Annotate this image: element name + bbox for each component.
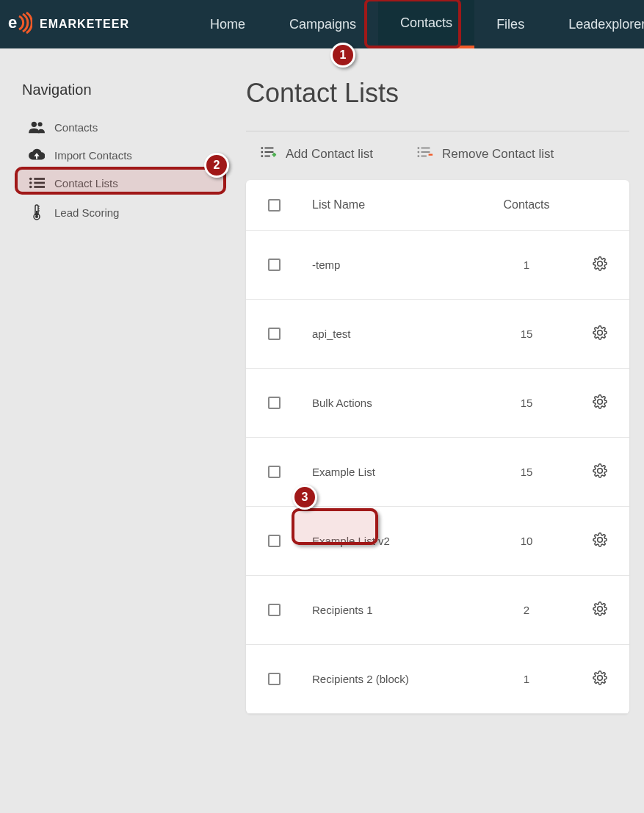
cell-name[interactable]: Recipients 2 (block) (312, 673, 490, 685)
gear-icon[interactable] (593, 325, 607, 340)
table-row[interactable]: Recipients 1 2 (246, 576, 629, 645)
people-icon (26, 120, 47, 134)
table-row[interactable]: Example List 15 (246, 438, 629, 507)
svg-rect-4 (34, 178, 45, 180)
cell-contacts: 10 (490, 535, 563, 547)
gear-icon[interactable] (593, 256, 607, 271)
sidebar-item-contacts[interactable]: Contacts (22, 113, 220, 141)
page-title: Contact Lists (246, 78, 629, 109)
svg-rect-12 (36, 211, 37, 216)
svg-point-3 (29, 178, 32, 181)
action-label: Remove Contact list (442, 147, 554, 162)
svg-point-22 (418, 147, 420, 149)
sidebar-item-label: Lead Scoring (54, 206, 119, 219)
row-checkbox[interactable] (268, 466, 281, 478)
svg-point-24 (418, 151, 420, 153)
svg-point-16 (261, 147, 263, 149)
remove-contact-list-button[interactable]: Remove Contact list (417, 146, 554, 162)
table-header: List Name Contacts (246, 180, 629, 231)
divider (246, 131, 629, 131)
action-bar: Add Contact list Remove Contact list (246, 146, 629, 180)
svg-rect-8 (34, 186, 45, 188)
svg-text:e: e (8, 13, 18, 32)
brand-name: EMARKETEER (40, 18, 129, 31)
svg-point-1 (32, 122, 37, 127)
gear-icon[interactable] (593, 394, 607, 409)
gear-icon[interactable] (593, 532, 607, 547)
sidebar-title: Navigation (22, 82, 220, 98)
svg-rect-17 (265, 148, 274, 149)
contact-lists-table: List Name Contacts -temp 1 api_test 15 B… (246, 180, 629, 714)
svg-point-5 (29, 181, 32, 184)
table-row[interactable]: Bulk Actions 15 (246, 369, 629, 438)
brand-icon: e (7, 10, 32, 38)
select-all-checkbox[interactable] (268, 199, 281, 212)
cell-contacts: 15 (490, 328, 563, 340)
sidebar-item-label: Import Contacts (54, 149, 132, 162)
content-area: Navigation Contacts Import Contacts Cont… (0, 48, 644, 714)
cell-contacts: 15 (490, 397, 563, 409)
svg-point-2 (38, 122, 43, 126)
top-nav: Home Campaigns Contacts Files Leadexplor… (188, 0, 644, 48)
thermometer-icon (26, 204, 47, 220)
cell-name[interactable]: Recipients 1 (312, 604, 490, 616)
brand-logo[interactable]: e EMARKETEER (7, 10, 129, 38)
sidebar-item-label: Contact Lists (54, 177, 118, 189)
nav-leadexplorer[interactable]: Leadexplorer (546, 0, 644, 48)
cell-contacts: 1 (490, 259, 563, 271)
column-header-contacts[interactable]: Contacts (490, 198, 563, 212)
row-checkbox[interactable] (268, 397, 281, 409)
row-checkbox[interactable] (268, 535, 281, 547)
column-header-name[interactable]: List Name (312, 198, 490, 212)
svg-rect-21 (265, 156, 270, 157)
nav-contacts[interactable]: Contacts (378, 0, 474, 48)
svg-point-20 (261, 155, 263, 157)
cell-name[interactable]: Example List v2 (312, 535, 490, 547)
gear-icon[interactable] (593, 601, 607, 616)
table-row[interactable]: -temp 1 (246, 231, 629, 300)
cell-name[interactable]: -temp (312, 259, 490, 271)
sidebar-item-label: Contacts (54, 121, 98, 134)
nav-files[interactable]: Files (474, 0, 546, 48)
sidebar: Navigation Contacts Import Contacts Cont… (0, 63, 228, 714)
gear-icon[interactable] (593, 671, 607, 685)
cloud-upload-icon (26, 148, 47, 162)
cell-name[interactable]: Example List (312, 466, 490, 478)
table-row[interactable]: api_test 15 (246, 300, 629, 369)
cell-contacts: 15 (490, 466, 563, 478)
row-checkbox[interactable] (268, 328, 281, 340)
list-minus-icon (417, 146, 433, 162)
add-contact-list-button[interactable]: Add Contact list (261, 146, 373, 162)
svg-rect-6 (34, 182, 45, 184)
row-checkbox[interactable] (268, 259, 281, 271)
list-plus-icon (261, 146, 277, 162)
row-checkbox[interactable] (268, 604, 281, 616)
row-checkbox[interactable] (268, 673, 281, 685)
action-label: Add Contact list (286, 147, 373, 162)
nav-home[interactable]: Home (188, 0, 267, 48)
sidebar-item-lead-scoring[interactable]: Lead Scoring (22, 197, 220, 228)
sidebar-item-contact-lists[interactable]: Contact Lists (22, 169, 220, 197)
svg-point-26 (418, 155, 420, 157)
svg-point-7 (29, 186, 32, 189)
nav-campaigns[interactable]: Campaigns (267, 0, 378, 48)
svg-rect-27 (422, 156, 427, 157)
cell-name[interactable]: Bulk Actions (312, 397, 490, 409)
svg-point-18 (261, 151, 263, 153)
svg-rect-23 (422, 148, 430, 149)
cell-contacts: 1 (490, 673, 563, 685)
gear-icon[interactable] (593, 463, 607, 478)
sidebar-item-import[interactable]: Import Contacts (22, 141, 220, 169)
table-row[interactable]: Example List v2 10 (246, 507, 629, 576)
cell-name[interactable]: api_test (312, 328, 490, 340)
cell-contacts: 2 (490, 604, 563, 616)
table-row[interactable]: Recipients 2 (block) 1 (246, 645, 629, 714)
svg-rect-25 (422, 151, 430, 153)
svg-rect-19 (265, 151, 274, 153)
top-header: e EMARKETEER Home Campaigns Contacts Fil… (0, 0, 644, 48)
main-content: Contact Lists Add Contact list Remove Co… (228, 63, 644, 714)
list-icon (26, 176, 47, 189)
